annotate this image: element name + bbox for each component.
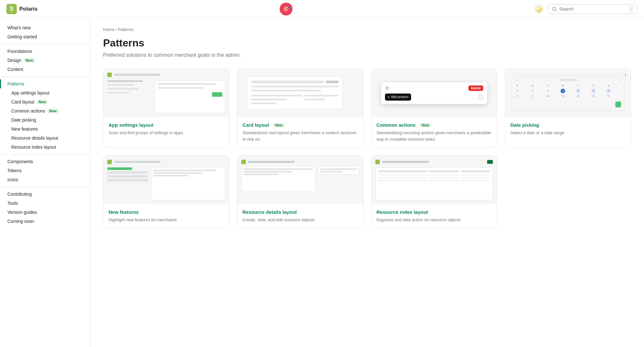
card-body-app-settings: App settings layout Scan and find groups… <box>103 117 229 141</box>
search-placeholder-text: Search <box>559 6 627 12</box>
page-title: Patterns <box>103 37 631 49</box>
cal-day: 2 <box>530 89 535 93</box>
card-body-new-features: New features Highlight new features for … <box>103 204 229 228</box>
pattern-card-app-settings[interactable]: App settings layout Scan and find groups… <box>103 68 229 148</box>
preview-illustration-new-features <box>103 156 229 204</box>
cal-day: F <box>591 84 596 88</box>
cal-day: W <box>561 84 565 88</box>
patterns-grid-bottom: New features Highlight new features for … <box>103 155 631 229</box>
card-title-app-settings: App settings layout <box>109 122 224 128</box>
sidebar-divider-2 <box>0 76 90 77</box>
patterns-grid-top: App settings layout Scan and find groups… <box>103 68 631 148</box>
preview-add-product-button: + Add product <box>385 94 411 101</box>
sidebar-item-design[interactable]: Design New <box>0 56 90 65</box>
nav-right: 🌙 Search / <box>534 4 638 14</box>
sidebar-item-icons[interactable]: Icons <box>0 175 90 184</box>
logo-icon: S <box>6 4 17 14</box>
card-preview-app-settings <box>103 69 229 117</box>
pattern-card-date-picking[interactable]: ← → S M T W T F S 1 <box>505 68 631 148</box>
sidebar-section-design: Foundations Design New Content <box>0 47 90 74</box>
card-body-date-picking: Date picking Select a date or a date ran… <box>505 117 631 141</box>
pattern-card-common-actions[interactable]: × Delete + Add product <box>371 68 497 148</box>
sidebar-section-misc: Components Tokens Icons <box>0 157 90 184</box>
sidebar-item-components[interactable]: Components <box>0 157 90 166</box>
sidebar-item-getting-started[interactable]: Getting started <box>0 32 90 41</box>
preview-copy-icon <box>478 94 483 100</box>
sidebar-divider-3 <box>0 154 90 154</box>
sidebar-item-version-guides[interactable]: Version guides <box>0 208 90 217</box>
sidebar-section-patterns: Patterns App settings layout Card layout… <box>0 79 90 152</box>
preview-green-dot <box>615 102 621 107</box>
preview-illustration-resource-details <box>237 156 363 204</box>
breadcrumb: Home / Patterns <box>103 27 631 32</box>
preview-close-icon: × <box>385 86 389 90</box>
search-shortcut-badge: / <box>629 6 633 12</box>
sidebar-item-coming-soon[interactable]: Coming soon <box>0 217 90 226</box>
sidebar-divider-1 <box>0 44 90 44</box>
sidebar-item-card-layout[interactable]: Card layout New <box>0 97 90 106</box>
top-navigation: S Polaris 🎯 🌙 Search / <box>0 0 644 18</box>
cal-day: 10 <box>545 94 550 98</box>
card-body-common-actions: Common actions New Standardizing recurri… <box>371 117 497 147</box>
card-desc-card-layout: Standardized card layout gives merchants… <box>243 130 358 142</box>
page-subtitle: Preferred solutions to common merchant g… <box>103 52 631 58</box>
preview-illustration-app-settings <box>103 69 229 117</box>
cal-day: 12 <box>576 94 581 98</box>
theme-toggle-button[interactable]: 🌙 <box>534 5 543 14</box>
common-actions-badge: New <box>419 123 431 127</box>
preview-illustration-common-actions: × Delete + Add product <box>381 82 487 104</box>
sidebar-item-common-actions[interactable]: Common actions New <box>0 106 90 115</box>
cal-day: 9 <box>530 94 535 98</box>
card-desc-common-actions: Standardizing recurring actions gives me… <box>377 130 492 142</box>
main-layout: What's new Getting started Foundations D… <box>0 18 644 347</box>
card-desc-resource-index: Organize and take action on resource obj… <box>377 217 492 223</box>
card-preview-resource-index <box>371 156 497 204</box>
pattern-card-new-features[interactable]: New features Highlight new features for … <box>103 155 229 229</box>
sidebar-item-tokens[interactable]: Tokens <box>0 166 90 175</box>
card-body-resource-details: Resource details layout Create, view, an… <box>237 204 363 228</box>
sidebar-item-app-settings-layout[interactable]: App settings layout <box>0 88 90 97</box>
sidebar-item-resource-index-layout[interactable]: Resource index layout <box>0 143 90 152</box>
pattern-card-card-layout[interactable]: Card layout New Standardized card layout… <box>237 68 363 148</box>
cal-day: 13 <box>591 94 596 98</box>
card-title-card-layout: Card layout New <box>243 122 358 128</box>
cal-day: S <box>606 84 611 88</box>
sidebar-item-tools[interactable]: Tools <box>0 199 90 208</box>
card-preview-card-layout <box>237 69 363 117</box>
card-layout-badge: New <box>273 123 285 127</box>
search-bar[interactable]: Search / <box>547 4 638 14</box>
pattern-card-resource-index[interactable]: Resource index layout Organize and take … <box>371 155 497 229</box>
sidebar-divider-4 <box>0 187 90 187</box>
cal-day: T <box>576 84 581 88</box>
sidebar-item-resource-details-layout[interactable]: Resource details layout <box>0 134 90 143</box>
card-preview-common-actions: × Delete + Add product <box>371 69 497 117</box>
brand-area: S Polaris <box>6 4 38 14</box>
sidebar-item-date-picking[interactable]: Date picking <box>0 115 90 124</box>
card-title-resource-details: Resource details layout <box>243 209 358 215</box>
card-preview-resource-details <box>237 156 363 204</box>
cal-day-range: 7 <box>606 89 611 93</box>
card-preview-new-features <box>103 156 229 204</box>
sidebar-item-contributing[interactable]: Contributing <box>0 190 90 199</box>
sidebar-section-top: What's new Getting started <box>0 23 90 41</box>
sidebar-item-content[interactable]: Content <box>0 65 90 74</box>
pattern-card-resource-details[interactable]: Resource details layout Create, view, an… <box>237 155 363 229</box>
card-layout-new-badge: New <box>36 100 48 104</box>
card-preview-date-picking: ← → S M T W T F S 1 <box>505 69 631 117</box>
preview-illustration-resource-index <box>371 156 497 204</box>
main-content: Home / Patterns Patterns Preferred solut… <box>90 18 644 347</box>
cal-day-selected: 4 <box>561 89 565 93</box>
sidebar-item-patterns[interactable]: Patterns <box>0 79 90 88</box>
card-desc-new-features: Highlight new features for merchants <box>109 217 224 223</box>
sidebar-item-foundations[interactable]: Foundations <box>0 47 90 56</box>
card-body-card-layout: Card layout New Standardized card layout… <box>237 117 363 147</box>
card-title-new-features: New features <box>109 209 224 215</box>
sidebar-item-whats-new[interactable]: What's new <box>0 23 90 32</box>
preview-illustration-date-picking: ← → S M T W T F S 1 <box>512 75 625 111</box>
center-badge-icon: 🎯 <box>280 3 293 15</box>
nav-center: 🎯 <box>280 3 293 15</box>
card-desc-resource-details: Create, view, and edit resource objects <box>243 217 358 223</box>
sidebar: What's new Getting started Foundations D… <box>0 18 90 347</box>
sidebar-item-new-features[interactable]: New features <box>0 124 90 134</box>
breadcrumb-home[interactable]: Home <box>103 27 114 32</box>
